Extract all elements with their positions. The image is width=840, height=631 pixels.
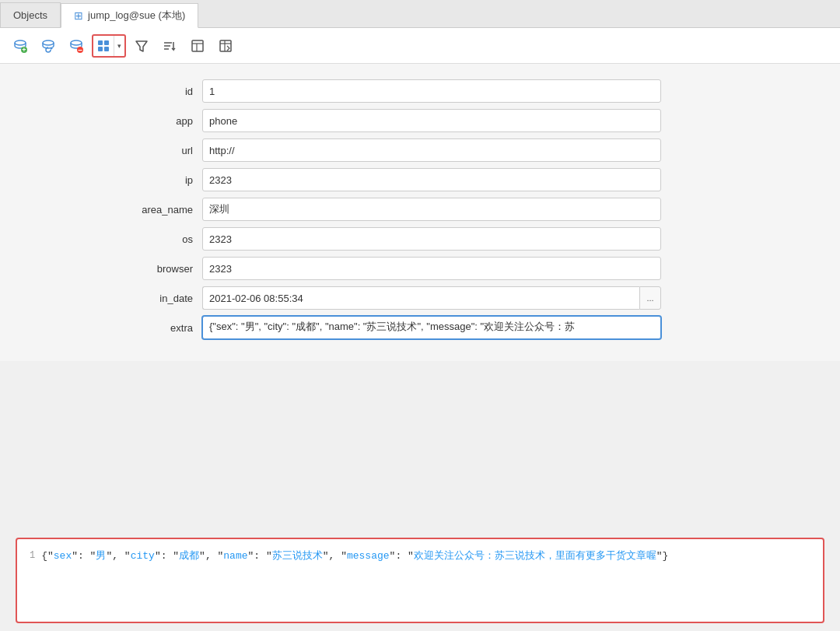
- line-number: 1: [30, 550, 35, 561]
- svg-rect-9: [104, 40, 109, 45]
- label-os: os: [31, 233, 202, 245]
- bottom-preview-panel: 1 {"sex": "男", "city": "成都", "name": "苏三…: [16, 538, 824, 623]
- field-row-os: os: [31, 227, 824, 251]
- svg-rect-10: [98, 47, 103, 51]
- input-id[interactable]: [202, 79, 661, 103]
- label-area-name: area_name: [31, 204, 202, 216]
- input-in-date[interactable]: [202, 286, 639, 310]
- label-in-date: in_date: [31, 293, 202, 304]
- sort-icon: [163, 39, 177, 53]
- svg-point-0: [15, 40, 26, 45]
- label-app: app: [31, 115, 202, 127]
- table-view-button[interactable]: [185, 34, 210, 58]
- jump-log-tab-label: jump_log@sue (本地): [88, 9, 185, 23]
- svg-rect-20: [220, 40, 231, 51]
- db-refresh-button[interactable]: [36, 34, 61, 58]
- svg-marker-12: [136, 41, 147, 51]
- db-refresh-icon: [40, 38, 56, 54]
- tab-bar: Objects ⊞ jump_log@sue (本地): [0, 0, 840, 28]
- export-button[interactable]: [213, 34, 238, 58]
- field-row-browser: browser: [31, 257, 824, 280]
- json-preview-line: 1 {"sex": "男", "city": "成都", "name": "苏三…: [30, 549, 810, 563]
- field-row-app: app: [31, 109, 824, 132]
- main-area: id app url ip area_name: [0, 64, 840, 631]
- content-wrapper: id app url ip area_name: [0, 64, 840, 631]
- label-extra: extra: [31, 322, 202, 334]
- svg-point-3: [43, 40, 54, 45]
- table-tab-icon: ⊞: [74, 9, 83, 22]
- db-connect-button[interactable]: –: [64, 34, 89, 58]
- input-browser[interactable]: [202, 257, 661, 280]
- svg-rect-8: [98, 40, 103, 45]
- label-browser: browser: [31, 263, 202, 275]
- field-row-in-date: in_date ...: [31, 286, 824, 310]
- objects-tab-label: Objects: [13, 9, 47, 21]
- input-ip[interactable]: [202, 168, 661, 191]
- db-connect-icon: –: [68, 38, 84, 54]
- input-app[interactable]: [202, 109, 661, 132]
- input-area-name[interactable]: [202, 198, 661, 221]
- toolbar: + – ▾: [0, 28, 840, 64]
- field-row-id: id: [31, 79, 824, 103]
- export-icon: [219, 39, 233, 53]
- date-picker-button[interactable]: ...: [639, 286, 661, 310]
- input-extra[interactable]: {"sex": "男", "city": "成都", "name": "苏三说技…: [202, 316, 661, 339]
- date-input-wrapper: ...: [202, 286, 661, 310]
- sort-button[interactable]: [157, 34, 182, 58]
- svg-text:–: –: [78, 45, 82, 54]
- input-url[interactable]: [202, 138, 661, 162]
- field-row-area-name: area_name: [31, 198, 824, 221]
- table-icon: [191, 39, 205, 53]
- field-row-extra: extra {"sex": "男", "city": "成都", "name":…: [31, 316, 824, 339]
- svg-rect-17: [192, 40, 203, 51]
- svg-point-5: [71, 40, 82, 45]
- filter-button[interactable]: [129, 34, 154, 58]
- svg-text:+: +: [22, 46, 26, 54]
- label-url: url: [31, 145, 202, 156]
- tab-objects[interactable]: Objects: [0, 2, 61, 27]
- svg-rect-11: [104, 47, 109, 51]
- label-id: id: [31, 86, 202, 97]
- field-row-url: url: [31, 138, 824, 162]
- form-container: id app url ip area_name: [0, 64, 840, 361]
- chevron-down-icon[interactable]: ▾: [114, 36, 124, 56]
- db-add-button[interactable]: +: [8, 34, 33, 58]
- input-os[interactable]: [202, 227, 661, 251]
- field-row-ip: ip: [31, 168, 824, 191]
- view-toggle-button[interactable]: ▾: [92, 34, 126, 58]
- filter-icon: [135, 39, 149, 53]
- label-ip: ip: [31, 174, 202, 186]
- db-add-icon: +: [12, 38, 28, 54]
- tab-jump-log[interactable]: ⊞ jump_log@sue (本地): [61, 3, 198, 28]
- view-toggle-icon: [93, 36, 114, 56]
